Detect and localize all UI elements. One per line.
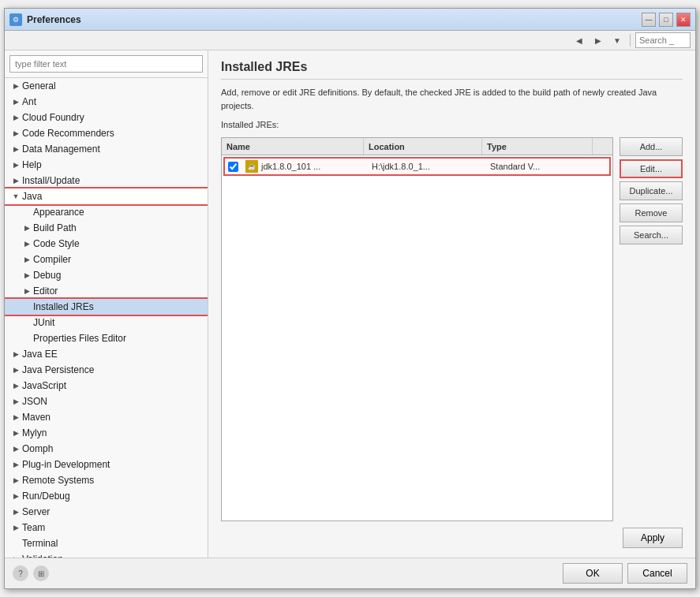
sidebar-item-properties-files-editor[interactable]: Properties Files Editor xyxy=(5,330,208,346)
ok-button[interactable]: OK xyxy=(563,563,623,584)
tree-arrow-oomph xyxy=(11,444,21,453)
sidebar-item-help[interactable]: Help xyxy=(5,157,208,173)
sidebar-item-label: Maven xyxy=(22,412,51,423)
panel-sublabel: Installed JREs: xyxy=(221,120,683,129)
sidebar-item-label: Properties Files Editor xyxy=(33,333,126,344)
title-bar: ⚙ Preferences — □ ✕ xyxy=(5,9,695,31)
forward-button[interactable]: ▶ xyxy=(590,32,606,48)
sidebar-item-server[interactable]: Server xyxy=(5,504,208,520)
tree-arrow-compiler xyxy=(22,255,32,264)
jre-icon: ☕ xyxy=(245,160,258,173)
bottom-bar: ? ⊞ OK Cancel xyxy=(5,558,695,588)
sidebar-item-remote-systems[interactable]: Remote Systems xyxy=(5,472,208,488)
jre-name: jdk1.8.0_101 ... xyxy=(261,162,320,171)
jre-table: Name Location Type ☕ jdk1.8.0_101 ... xyxy=(221,137,613,521)
sidebar-item-label: Appearance xyxy=(33,207,84,218)
sidebar-item-installed-jres[interactable]: Installed JREs xyxy=(5,299,208,315)
sidebar-item-label: Code Style xyxy=(33,238,80,249)
sidebar-item-label: Build Path xyxy=(33,222,77,233)
tree-arrow-general xyxy=(11,81,21,91)
tree-arrow-maven xyxy=(11,412,21,422)
sidebar-item-run-debug[interactable]: Run/Debug xyxy=(5,488,208,504)
tree-arrow-cloud-foundry xyxy=(11,113,21,122)
sidebar-item-oomph[interactable]: Oomph xyxy=(5,441,208,457)
sidebar-item-label: JSON xyxy=(22,396,47,407)
sidebar-item-validation[interactable]: Validation xyxy=(5,551,208,558)
sidebar-item-java[interactable]: Java xyxy=(5,188,208,204)
help-icon[interactable]: ? xyxy=(13,565,28,581)
minimize-button[interactable]: — xyxy=(642,13,656,27)
sidebar-item-label: Server xyxy=(22,506,50,517)
remove-button[interactable]: Remove xyxy=(620,203,683,222)
sidebar-item-mylyn[interactable]: Mylyn xyxy=(5,425,208,441)
preferences-icon[interactable]: ⊞ xyxy=(33,565,49,581)
sidebar-item-label: Run/Debug xyxy=(22,491,70,502)
row-name-cell: ☕ jdk1.8.0_101 ... xyxy=(241,159,367,174)
sidebar-item-general[interactable]: General xyxy=(5,78,208,94)
sidebar-item-label: Install/Update xyxy=(22,175,80,186)
panel-description: Add, remove or edit JRE definitions. By … xyxy=(221,86,683,112)
sidebar-item-label: Java Persistence xyxy=(22,364,94,375)
tree-arrow-properties-files-editor xyxy=(22,334,32,343)
content-row: Name Location Type ☕ jdk1.8.0_101 ... xyxy=(221,137,683,521)
sidebar-item-plug-in-development[interactable]: Plug-in Development xyxy=(5,457,208,472)
sidebar-item-debug[interactable]: Debug xyxy=(5,267,208,283)
tree-arrow-junit xyxy=(22,318,32,327)
sidebar-item-label: Debug xyxy=(33,270,61,281)
sidebar-item-code-recommenders[interactable]: Code Recommenders xyxy=(5,125,208,141)
sidebar-item-terminal[interactable]: Terminal xyxy=(5,535,208,551)
sidebar-item-team[interactable]: Team xyxy=(5,520,208,535)
tree-arrow-javascript xyxy=(11,381,21,390)
table-row[interactable]: ☕ jdk1.8.0_101 ... H:\jdk1.8.0_1... Stan… xyxy=(223,157,611,176)
table-body: ☕ jdk1.8.0_101 ... H:\jdk1.8.0_1... Stan… xyxy=(222,155,612,521)
sidebar-item-ant[interactable]: Ant xyxy=(5,94,208,110)
jre-checkbox[interactable] xyxy=(228,162,238,172)
sidebar-item-maven[interactable]: Maven xyxy=(5,409,208,425)
main-content: General Ant Cloud Foundry Code Recommend… xyxy=(5,50,695,558)
sidebar-item-label: Terminal xyxy=(22,538,58,549)
tree-arrow-java xyxy=(11,192,21,201)
tree-arrow-mylyn xyxy=(11,428,21,438)
dropdown-button[interactable]: ▼ xyxy=(609,32,625,48)
cancel-button[interactable]: Cancel xyxy=(627,563,687,584)
edit-button[interactable]: Edit... xyxy=(620,159,683,178)
filter-input[interactable] xyxy=(9,55,203,73)
back-button[interactable]: ◀ xyxy=(571,32,587,48)
sidebar-item-cloud-foundry[interactable]: Cloud Foundry xyxy=(5,110,208,125)
maximize-button[interactable]: □ xyxy=(659,13,673,27)
sidebar-item-build-path[interactable]: Build Path xyxy=(5,220,208,236)
row-checkbox-cell[interactable] xyxy=(225,160,241,174)
close-button[interactable]: ✕ xyxy=(676,13,691,27)
sidebar-item-compiler[interactable]: Compiler xyxy=(5,252,208,267)
sidebar-item-java-ee[interactable]: Java EE xyxy=(5,346,208,362)
sidebar-item-appearance[interactable]: Appearance xyxy=(5,204,208,220)
sidebar-item-label: Editor xyxy=(33,285,58,297)
sidebar-item-label: Ant xyxy=(22,96,36,107)
row-type-cell: Standard V... xyxy=(485,160,588,173)
sidebar-item-label: Oomph xyxy=(22,443,53,454)
apply-button[interactable]: Apply xyxy=(623,528,683,548)
sidebar-item-java-persistence[interactable]: Java Persistence xyxy=(5,362,208,378)
tree-arrow-install-update xyxy=(11,176,21,185)
sidebar-item-editor[interactable]: Editor xyxy=(5,283,208,299)
search-box xyxy=(635,32,691,48)
tree-arrow-terminal xyxy=(11,539,21,548)
search-button[interactable]: Search... xyxy=(620,226,683,244)
sidebar-item-junit[interactable]: JUnit xyxy=(5,315,208,330)
tree-arrow-json xyxy=(11,397,21,406)
sidebar-item-json[interactable]: JSON xyxy=(5,394,208,409)
sidebar-item-install-update[interactable]: Install/Update xyxy=(5,173,208,188)
add-button[interactable]: Add... xyxy=(620,137,683,156)
sidebar-item-label: Code Recommenders xyxy=(22,128,114,139)
sidebar-item-label: Plug-in Development xyxy=(22,459,110,470)
sidebar-item-javascript[interactable]: JavaScript xyxy=(5,378,208,394)
sidebar-item-label: JavaScript xyxy=(22,380,66,391)
sidebar-item-label: Data Management xyxy=(22,144,100,155)
sidebar-item-data-management[interactable]: Data Management xyxy=(5,141,208,157)
tree-arrow-ant xyxy=(11,97,21,106)
sidebar-item-label: Cloud Foundry xyxy=(22,112,84,123)
search-input[interactable] xyxy=(639,35,687,45)
duplicate-button[interactable]: Duplicate... xyxy=(620,181,683,200)
footer-icons: ? ⊞ xyxy=(13,565,558,581)
sidebar-item-code-style[interactable]: Code Style xyxy=(5,236,208,252)
